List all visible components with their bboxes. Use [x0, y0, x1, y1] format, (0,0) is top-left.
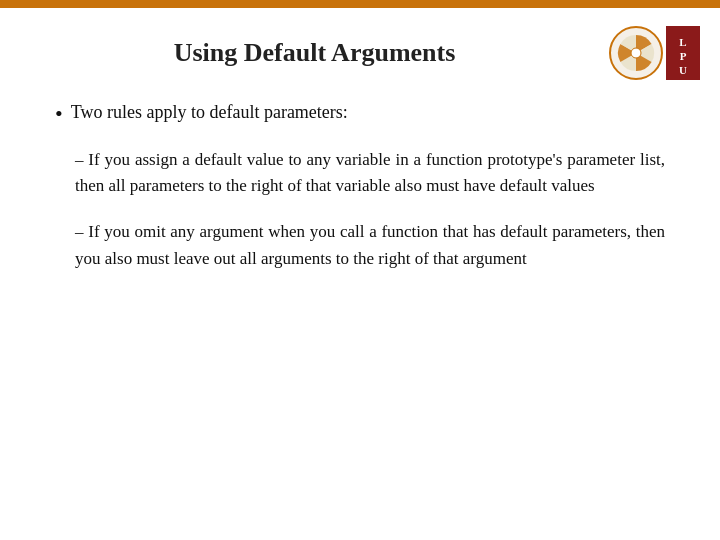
svg-text:P: P	[680, 50, 687, 62]
top-bar	[0, 0, 720, 8]
lpu-logo-circle	[609, 26, 663, 80]
logo-area: L P U	[609, 26, 700, 80]
header: Using Default Arguments L	[0, 8, 720, 90]
svg-text:L: L	[679, 36, 686, 48]
main-bullet: • Two rules apply to default parameters:	[55, 100, 665, 129]
main-bullet-text: Two rules apply to default parameters:	[71, 100, 348, 125]
svg-point-1	[631, 48, 641, 58]
sub-bullets-list: – If you assign a default value to any v…	[55, 147, 665, 272]
bullet-symbol: •	[55, 100, 63, 129]
sub-bullet-1-text: If you assign a default value to any var…	[75, 150, 665, 195]
slide-content: • Two rules apply to default parameters:…	[0, 90, 720, 540]
lpu-text-logo: L P U	[666, 26, 700, 80]
dash-1: –	[75, 150, 84, 169]
svg-text:U: U	[679, 64, 687, 76]
slide: Using Default Arguments L	[0, 0, 720, 540]
sub-bullet-1: – If you assign a default value to any v…	[75, 147, 665, 200]
dash-2: –	[75, 222, 84, 241]
sub-bullet-2-text: If you omit any argument when you call a…	[75, 222, 665, 267]
slide-title: Using Default Arguments	[20, 38, 609, 68]
sub-bullet-2: – If you omit any argument when you call…	[75, 219, 665, 272]
